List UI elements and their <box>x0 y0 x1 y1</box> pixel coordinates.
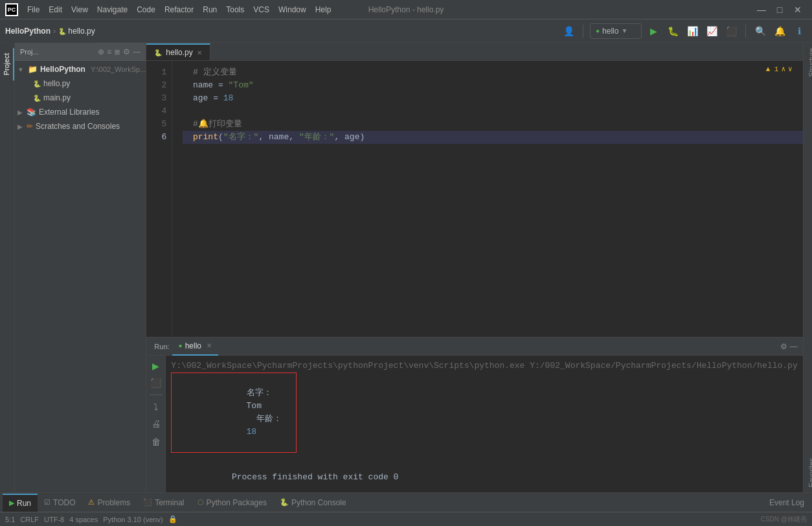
code-line-4 <box>183 105 802 118</box>
stop-button[interactable]: ⬛ <box>723 23 739 39</box>
minimize-button[interactable]: — <box>752 3 771 16</box>
run-output: Y:\002_WorkSpace\PycharmProjects\pythonP… <box>166 356 802 492</box>
output-exit-text: Process finished with exit code 0 <box>232 472 398 482</box>
todo-tab-label: TODO <box>53 498 75 507</box>
code-line-1: # 定义变量 <box>183 66 802 79</box>
menu-vcs[interactable]: VCS <box>249 4 273 16</box>
warning-indicator: ▲ 1 ∧ ∨ <box>766 65 793 73</box>
project-panel: Proj... ⊕ ≡ ≣ ⚙ — ▼ 📁 HelloPython Y:\002… <box>15 43 146 492</box>
menu-edit[interactable]: Edit <box>45 4 66 16</box>
status-right: CSDN @韩曙亮 <box>756 515 807 524</box>
account-button[interactable]: 👤 <box>561 23 576 39</box>
menu-help[interactable]: Help <box>311 4 335 16</box>
external-libraries-item[interactable]: ▶ 📚 External Libraries <box>15 105 146 119</box>
sort-icon[interactable]: ≣ <box>114 47 120 56</box>
file-item-hello[interactable]: 🐍 hello.py <box>15 76 146 91</box>
lock-icon[interactable]: 🔒 <box>168 515 177 523</box>
menu-run[interactable]: Run <box>199 4 221 16</box>
project-panel-toggle[interactable]: Project <box>0 48 14 80</box>
structure-panel-toggle[interactable]: Structure <box>804 43 812 82</box>
coverage-button[interactable]: 📊 <box>684 23 700 39</box>
bottom-tab-terminal[interactable]: ⬛ Terminal <box>137 494 190 512</box>
menu-file[interactable]: File <box>23 4 43 16</box>
close-button[interactable]: ✕ <box>789 3 807 16</box>
file-encoding[interactable]: UTF-8 <box>44 516 64 523</box>
run-tab-close-icon[interactable]: ✕ <box>207 342 212 349</box>
bottom-tab-problems[interactable]: ⚠ Problems <box>82 494 137 512</box>
str-tom: "Tom" <box>229 79 254 92</box>
menu-navigate[interactable]: Navigate <box>93 4 131 16</box>
run-tabs-bar: Run: ● hello ✕ ⚙ — <box>146 337 802 356</box>
menu-tools[interactable]: Tools <box>222 4 248 16</box>
project-panel-icons: ⊕ ≡ ≣ ⚙ — <box>98 47 141 56</box>
project-root-item[interactable]: ▼ 📁 HelloPython Y:\002_WorkSp... <box>15 62 146 76</box>
code-line-3: age = 18 <box>183 92 802 105</box>
close-panel-icon[interactable]: — <box>133 47 141 56</box>
updates-button[interactable]: ℹ <box>791 23 807 39</box>
var-age: age <box>193 92 208 105</box>
line-ending[interactable]: CRLF <box>20 516 39 523</box>
bottom-tab-todo[interactable]: ☑ TODO <box>38 494 82 512</box>
file-name-hello: hello.py <box>43 79 70 88</box>
debug-button[interactable]: 🐛 <box>665 23 681 39</box>
settings-icon[interactable]: ⚙ <box>123 47 130 56</box>
clear-button[interactable]: 🗑 <box>148 434 164 450</box>
settings-button[interactable]: 🔔 <box>772 23 787 39</box>
breadcrumb: HelloPython › 🐍 hello.py <box>5 19 95 43</box>
bottom-tab-python-console[interactable]: 🐍 Python Console <box>273 494 353 512</box>
dropdown-arrow-icon: ▼ <box>621 27 627 34</box>
project-crumb[interactable]: HelloPython <box>5 27 51 36</box>
event-log-button[interactable]: Event Log <box>764 498 809 507</box>
line-numbers: 1 2 3 4 5 6 <box>146 61 172 337</box>
menu-view[interactable]: View <box>67 4 92 16</box>
line-num-6: 6 <box>146 131 166 144</box>
output-process-line: Process finished with exit code 0 <box>171 458 797 492</box>
print-button[interactable]: 🖨 <box>148 416 164 431</box>
indent-settings[interactable]: 4 spaces <box>69 516 98 523</box>
run-panel-toolbar: ▶ ⬛ ⤵ 🖨 🗑 <box>146 356 166 492</box>
menu-code[interactable]: Code <box>133 4 159 16</box>
app-logo: PC <box>5 3 18 16</box>
menu-refactor[interactable]: Refactor <box>161 4 197 16</box>
project-root-name: HelloPython <box>40 65 85 74</box>
collapse-all-icon[interactable]: ≡ <box>107 47 111 56</box>
editor-tab-hello[interactable]: 🐍 hello.py ✕ <box>146 43 210 60</box>
run-tab-hello[interactable]: ● hello ✕ <box>172 337 218 356</box>
python-interpreter[interactable]: Python 3.10 (venv) <box>103 516 163 523</box>
expand-arrow-icon: ▼ <box>17 66 24 73</box>
run-content: ▶ ⬛ ⤵ 🖨 🗑 Y:\002_WorkSpace\PycharmProjec… <box>146 356 802 492</box>
status-bar: 5:1 CRLF UTF-8 4 spaces Python 3.10 (ven… <box>0 512 812 526</box>
toolbar-separator-1 <box>583 25 583 38</box>
menu-window[interactable]: Window <box>275 4 310 16</box>
search-everywhere-button[interactable]: 🔍 <box>752 23 768 39</box>
scroll-to-end-button[interactable]: ⤵ <box>148 399 164 415</box>
add-content-icon[interactable]: ⊕ <box>98 47 104 56</box>
line-num-4: 4 <box>146 105 166 118</box>
file-item-main[interactable]: 🐍 main.py <box>15 91 146 105</box>
settings-gear-icon[interactable]: ⚙ <box>780 342 787 351</box>
expand-arrow-ext-icon: ▶ <box>17 109 23 116</box>
favorites-panel-toggle[interactable]: Favorites <box>804 453 812 492</box>
cursor-position[interactable]: 5:1 <box>5 516 15 523</box>
bottom-tab-run[interactable]: ▶ Run <box>3 494 38 512</box>
code-editor[interactable]: 1 2 3 4 5 6 # 定义变量 name <box>146 61 802 337</box>
tab-close-icon[interactable]: ✕ <box>197 49 202 56</box>
bottom-tab-python-packages[interactable]: ⬡ Python Packages <box>191 494 273 512</box>
profile-button[interactable]: 📈 <box>704 23 719 39</box>
python-file-icon-2: 🐍 <box>33 95 41 102</box>
code-line-5: #🔔打印变量 <box>183 118 802 131</box>
run-button[interactable]: ▶ <box>646 23 661 39</box>
maximize-button[interactable]: □ <box>771 3 789 16</box>
rerun-button[interactable]: ▶ <box>148 358 164 374</box>
expand-icon: ∧ <box>781 65 785 73</box>
comment-1: # 定义变量 <box>183 66 236 79</box>
run-configuration-selector[interactable]: ● hello ▼ <box>590 23 642 39</box>
external-libraries-label: External Libraries <box>39 108 99 117</box>
stop-run-button[interactable]: ⬛ <box>148 375 164 391</box>
file-crumb[interactable]: 🐍 hello.py <box>58 27 95 36</box>
line-num-1: 1 <box>146 66 166 79</box>
code-content[interactable]: # 定义变量 name = "Tom" age = 18 <box>172 61 802 337</box>
scratches-item[interactable]: ▶ ✏ Scratches and Consoles <box>15 119 146 133</box>
run-panel-close-icon[interactable]: — <box>790 342 798 351</box>
strip-separator <box>150 394 163 395</box>
